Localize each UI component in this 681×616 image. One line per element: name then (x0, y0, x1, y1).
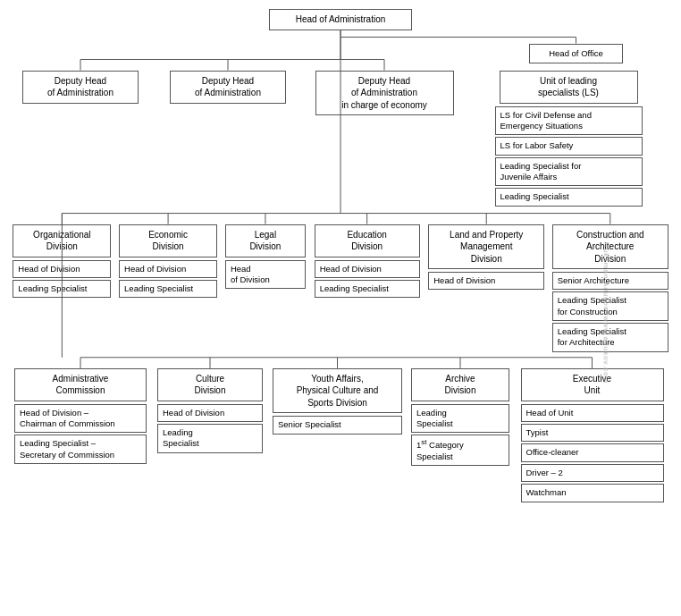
level1-row: Deputy Headof Administration Deputy Head… (9, 71, 672, 207)
youth-subitems: Senior Specialist (273, 416, 402, 434)
col-const-div: Construction andArchitectureDivision Sen… (548, 224, 672, 352)
ls-labor-safety: LS for Labor Safety (495, 137, 643, 155)
org-subitems: Head of Division Leading Specialist (13, 260, 111, 299)
unit-leading-specialists: Unit of leadingspecialists (LS) (500, 71, 638, 104)
col-dha1: Deputy Headof Administration (9, 71, 152, 104)
administrative-commission: AdministrativeCommission (14, 368, 147, 401)
col-youth-div: Youth Affairs,Physical Culture andSports… (268, 368, 407, 435)
col-archive-div: ArchiveDivision LeadingSpecialist 1st Ca… (407, 368, 514, 467)
legal-head: Headof Division (225, 260, 306, 290)
edu-head: Head of Division (315, 260, 420, 278)
unit-ls-subitems: LS for Civil Defense andEmergency Situat… (495, 106, 643, 207)
col-admin-comm: AdministrativeCommission Head of Divisio… (9, 368, 152, 464)
land-subitems: Head of Division (428, 272, 544, 290)
youth-division: Youth Affairs,Physical Culture andSports… (273, 368, 402, 414)
econ-subitems: Head of Division Leading Specialist (119, 260, 217, 299)
culture-head: Head of Division (157, 404, 263, 422)
econ-specialist: Leading Specialist (119, 280, 217, 298)
col-exec-unit: ExecutiveUnit Head of Unit Typist Office… (514, 368, 670, 502)
col-legal-div: LegalDivision Headof Division (221, 224, 309, 290)
org-head: Head of Division (13, 260, 111, 278)
deputy-head-2: Deputy Headof Administration (170, 71, 286, 104)
ls-leading: Leading Specialist (495, 188, 643, 206)
exec-watchman: Watchman (521, 484, 664, 502)
col-unit-ls: Unit of leadingspecialists (LS) LS for C… (465, 71, 672, 207)
econ-head: Head of Division (119, 260, 217, 278)
exec-head: Head of Unit (521, 404, 664, 422)
col-org-div: OrganizationalDivision Head of Division … (9, 224, 115, 299)
col-dha2: Deputy Headof Administration (152, 71, 304, 104)
land-property-division: Land and PropertyManagementDivision (428, 224, 544, 270)
const-subitems: Senior Architecture Leading Specialistfo… (552, 272, 668, 352)
watermark: © Rukhman Adukov, www.adukov.com (601, 232, 610, 383)
education-division: EducationDivision (315, 224, 420, 257)
edu-subitems: Head of Division Leading Specialist (315, 260, 420, 299)
col-dha-economy: Deputy Headof Administrationin charge of… (304, 71, 465, 116)
const-senior: Senior Architecture (552, 272, 668, 290)
deputy-head-economy: Deputy Headof Administrationin charge of… (315, 71, 454, 116)
construction-architecture-division: Construction andArchitectureDivision (552, 224, 668, 270)
org-chart: Head of Administration Head of Office De… (0, 0, 681, 511)
const-architecture: Leading Specialistfor Architecture (552, 323, 668, 352)
col-land-div: Land and PropertyManagementDivision Head… (425, 224, 549, 291)
level2-row: OrganizationalDivision Head of Division … (9, 224, 672, 352)
col-culture-div: CultureDivision Head of Division Leading… (152, 368, 268, 453)
exec-driver: Driver – 2 (521, 464, 664, 482)
admin-head: Head of Division –Chairman of Commission (14, 404, 147, 434)
head-of-administration: Head of Administration (269, 9, 412, 30)
legal-division: LegalDivision (225, 224, 306, 257)
spacer1 (9, 207, 672, 224)
exec-subitems: Head of Unit Typist Office-cleaner Drive… (521, 404, 664, 502)
head-of-office: Head of Office (529, 44, 623, 64)
spacer2 (9, 352, 672, 368)
admin-secretary: Leading Specialist –Secretary of Commiss… (14, 435, 147, 464)
culture-division: CultureDivision (157, 368, 263, 401)
archive-leading: LeadingSpecialist (411, 404, 509, 434)
deputy-head-1: Deputy Headof Administration (22, 71, 139, 104)
org-specialist: Leading Specialist (13, 280, 111, 298)
economic-division: EconomicDivision (119, 224, 217, 257)
admin-subitems: Head of Division –Chairman of Commission… (14, 404, 147, 464)
col-edu-div: EducationDivision Head of Division Leadi… (309, 224, 425, 299)
ls-civil-defense: LS for Civil Defense andEmergency Situat… (495, 106, 643, 136)
level3-row: AdministrativeCommission Head of Divisio… (9, 368, 672, 502)
exec-cleaner: Office-cleaner (521, 443, 664, 461)
archive-subitems: LeadingSpecialist 1st CategorySpecialist (411, 404, 509, 467)
archive-category: 1st CategorySpecialist (411, 435, 509, 466)
land-head: Head of Division (428, 272, 544, 290)
ls-juvenile: Leading Specialist forJuvenile Affairs (495, 157, 643, 187)
culture-specialist: LeadingSpecialist (157, 424, 263, 453)
col-econ-div: EconomicDivision Head of Division Leadin… (115, 224, 222, 299)
const-construction: Leading Specialistfor Construction (552, 291, 668, 321)
executive-unit: ExecutiveUnit (521, 368, 664, 401)
archive-division: ArchiveDivision (411, 368, 509, 401)
culture-subitems: Head of Division LeadingSpecialist (157, 404, 263, 453)
edu-specialist: Leading Specialist (315, 280, 420, 298)
organizational-division: OrganizationalDivision (13, 224, 111, 257)
head-office-row: Head of Office (9, 30, 672, 71)
youth-specialist: Senior Specialist (273, 416, 402, 434)
level0-row: Head of Administration (9, 9, 672, 30)
exec-typist: Typist (521, 424, 664, 442)
legal-subitems: Headof Division (225, 260, 306, 290)
